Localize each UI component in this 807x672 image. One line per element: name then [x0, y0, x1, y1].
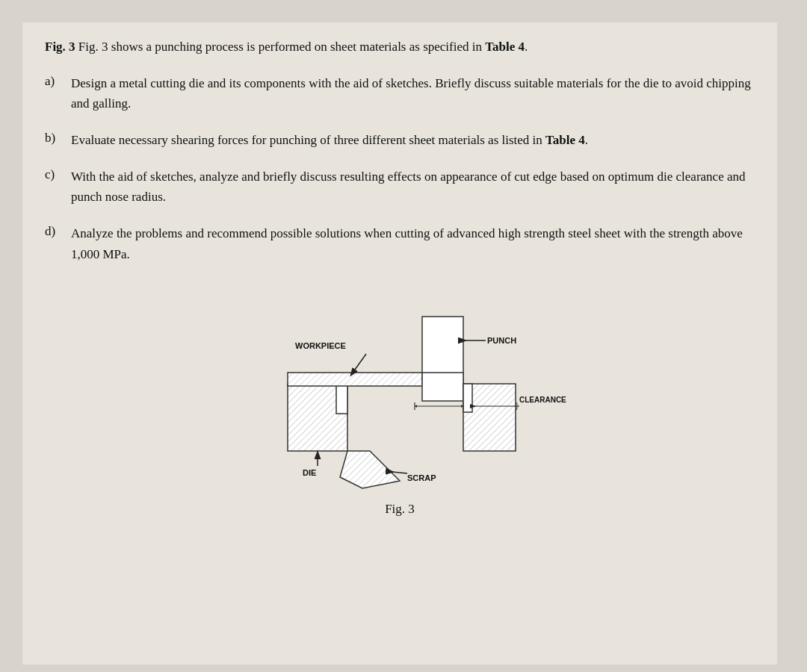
scrap-label: SCRAP — [407, 473, 436, 482]
question-c-text: With the aid of sketches, analyze and br… — [71, 167, 755, 207]
clearance-label: CLEARANCE — [519, 396, 566, 404]
svg-rect-11 — [463, 384, 472, 412]
question-d: d) Analyze the problems and recommend po… — [45, 223, 755, 264]
punch-diagram-wrapper: WORKPIECE PUNCH CLEARANCE } DIE SCRAP — [220, 287, 579, 496]
table4-ref-intro: Table 4 — [485, 40, 525, 54]
die-label: DIE — [303, 468, 316, 477]
question-a: a) Design a metal cutting die and its co… — [45, 73, 755, 113]
question-a-label: a) — [45, 73, 71, 89]
intro-text: Fig. 3 shows a punching process is perfo… — [78, 40, 485, 54]
figure-container: WORKPIECE PUNCH CLEARANCE } DIE SCRAP Fi… — [45, 287, 755, 517]
question-d-text: Analyze the problems and recommend possi… — [71, 223, 755, 264]
question-c: c) With the aid of sketches, analyze and… — [45, 167, 755, 207]
figure-caption: Fig. 3 — [385, 502, 415, 517]
question-c-label: c) — [45, 167, 71, 182]
svg-rect-8 — [422, 373, 463, 401]
workpiece-label: WORKPIECE — [295, 341, 346, 350]
svg-rect-4 — [336, 384, 347, 414]
svg-line-19 — [351, 354, 366, 375]
question-a-text: Design a metal cutting die and its compo… — [71, 73, 755, 113]
fig3-reference: Fig. 3 — [45, 40, 75, 54]
punch-label: PUNCH — [487, 336, 516, 345]
intro-paragraph: Fig. 3 Fig. 3 shows a punching process i… — [45, 37, 755, 57]
table4-ref-b: Table 4 — [545, 133, 585, 147]
punch-diagram-svg: WORKPIECE PUNCH CLEARANCE } DIE SCRAP — [220, 287, 579, 496]
svg-text:}: } — [516, 401, 519, 410]
svg-line-25 — [392, 472, 407, 473]
question-d-label: d) — [45, 223, 71, 239]
question-b-label: b) — [45, 130, 71, 146]
question-b-text: Evaluate necessary shearing forces for p… — [71, 130, 755, 150]
question-b: b) Evaluate necessary shearing forces fo… — [45, 130, 755, 150]
content-area: Fig. 3 Fig. 3 shows a punching process i… — [22, 22, 777, 665]
